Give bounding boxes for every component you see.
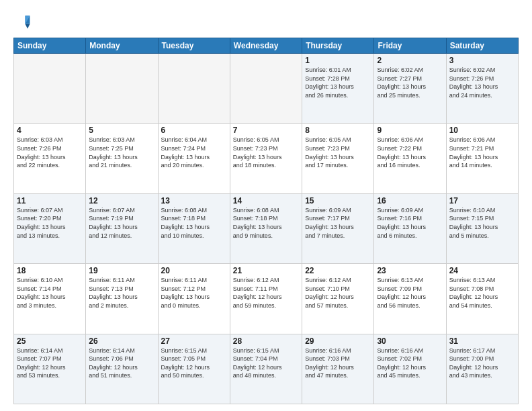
day-cell: 27Sunrise: 6:15 AM Sunset: 7:05 PM Dayli… bbox=[158, 334, 230, 404]
day-info: Sunrise: 6:05 AM Sunset: 7:23 PM Dayligh… bbox=[233, 136, 299, 169]
day-number: 27 bbox=[161, 336, 227, 346]
weekday-header-wednesday: Wednesday bbox=[230, 38, 302, 54]
day-info: Sunrise: 6:03 AM Sunset: 7:25 PM Dayligh… bbox=[89, 136, 154, 169]
day-info: Sunrise: 6:02 AM Sunset: 7:26 PM Dayligh… bbox=[449, 66, 515, 99]
day-number: 3 bbox=[449, 56, 515, 65]
day-cell: 20Sunrise: 6:11 AM Sunset: 7:12 PM Dayli… bbox=[158, 264, 230, 334]
day-cell: 18Sunrise: 6:10 AM Sunset: 7:14 PM Dayli… bbox=[14, 264, 86, 334]
calendar-body: 1Sunrise: 6:01 AM Sunset: 7:28 PM Daylig… bbox=[14, 54, 519, 404]
weekday-header-row: SundayMondayTuesdayWednesdayThursdayFrid… bbox=[14, 38, 519, 54]
day-info: Sunrise: 6:14 AM Sunset: 7:07 PM Dayligh… bbox=[17, 347, 83, 380]
week-row-2: 4Sunrise: 6:03 AM Sunset: 7:26 PM Daylig… bbox=[14, 124, 519, 193]
day-number: 20 bbox=[161, 266, 227, 275]
day-info: Sunrise: 6:12 AM Sunset: 7:11 PM Dayligh… bbox=[233, 276, 299, 310]
header bbox=[13, 11, 519, 32]
day-info: Sunrise: 6:07 AM Sunset: 7:19 PM Dayligh… bbox=[89, 206, 154, 240]
day-cell: 8Sunrise: 6:05 AM Sunset: 7:23 PM Daylig… bbox=[302, 124, 374, 193]
day-cell bbox=[14, 54, 86, 124]
day-number: 29 bbox=[305, 336, 371, 346]
day-number: 26 bbox=[89, 336, 154, 346]
day-info: Sunrise: 6:11 AM Sunset: 7:13 PM Dayligh… bbox=[89, 276, 154, 310]
day-cell: 7Sunrise: 6:05 AM Sunset: 7:23 PM Daylig… bbox=[230, 124, 302, 193]
svg-marker-1 bbox=[26, 24, 30, 29]
day-cell: 24Sunrise: 6:13 AM Sunset: 7:08 PM Dayli… bbox=[446, 264, 518, 334]
day-info: Sunrise: 6:08 AM Sunset: 7:18 PM Dayligh… bbox=[161, 206, 227, 240]
day-cell: 29Sunrise: 6:16 AM Sunset: 7:03 PM Dayli… bbox=[302, 334, 374, 404]
day-info: Sunrise: 6:10 AM Sunset: 7:15 PM Dayligh… bbox=[449, 206, 515, 240]
day-info: Sunrise: 6:08 AM Sunset: 7:18 PM Dayligh… bbox=[233, 206, 299, 240]
day-number: 24 bbox=[449, 266, 515, 275]
day-info: Sunrise: 6:15 AM Sunset: 7:05 PM Dayligh… bbox=[161, 347, 227, 380]
day-info: Sunrise: 6:10 AM Sunset: 7:14 PM Dayligh… bbox=[17, 276, 83, 310]
day-info: Sunrise: 6:02 AM Sunset: 7:27 PM Dayligh… bbox=[377, 66, 443, 99]
page: SundayMondayTuesdayWednesdayThursdayFrid… bbox=[0, 0, 532, 411]
day-info: Sunrise: 6:13 AM Sunset: 7:08 PM Dayligh… bbox=[449, 276, 515, 310]
day-number: 17 bbox=[449, 196, 515, 205]
day-number: 13 bbox=[161, 196, 227, 205]
weekday-header-monday: Monday bbox=[86, 38, 158, 54]
weekday-header-saturday: Saturday bbox=[446, 38, 518, 54]
day-cell: 30Sunrise: 6:16 AM Sunset: 7:02 PM Dayli… bbox=[374, 334, 446, 404]
day-cell: 25Sunrise: 6:14 AM Sunset: 7:07 PM Dayli… bbox=[14, 334, 86, 404]
day-info: Sunrise: 6:16 AM Sunset: 7:02 PM Dayligh… bbox=[377, 347, 443, 380]
day-number: 10 bbox=[449, 126, 515, 135]
weekday-header-sunday: Sunday bbox=[14, 38, 86, 54]
day-info: Sunrise: 6:05 AM Sunset: 7:23 PM Dayligh… bbox=[305, 136, 371, 169]
day-cell: 31Sunrise: 6:17 AM Sunset: 7:00 PM Dayli… bbox=[446, 334, 518, 404]
day-cell: 14Sunrise: 6:08 AM Sunset: 7:18 PM Dayli… bbox=[230, 193, 302, 263]
day-number: 6 bbox=[161, 126, 227, 135]
day-number: 8 bbox=[305, 126, 371, 135]
day-cell: 12Sunrise: 6:07 AM Sunset: 7:19 PM Dayli… bbox=[86, 193, 158, 263]
day-info: Sunrise: 6:06 AM Sunset: 7:22 PM Dayligh… bbox=[377, 136, 443, 169]
day-info: Sunrise: 6:09 AM Sunset: 7:17 PM Dayligh… bbox=[305, 206, 371, 240]
day-info: Sunrise: 6:15 AM Sunset: 7:04 PM Dayligh… bbox=[233, 347, 299, 380]
day-info: Sunrise: 6:03 AM Sunset: 7:26 PM Dayligh… bbox=[17, 136, 83, 169]
day-number: 2 bbox=[377, 56, 443, 65]
day-cell: 6Sunrise: 6:04 AM Sunset: 7:24 PM Daylig… bbox=[158, 124, 230, 193]
day-number: 31 bbox=[449, 336, 515, 346]
day-number: 5 bbox=[89, 126, 154, 135]
day-cell: 11Sunrise: 6:07 AM Sunset: 7:20 PM Dayli… bbox=[14, 193, 86, 263]
day-cell: 2Sunrise: 6:02 AM Sunset: 7:27 PM Daylig… bbox=[374, 54, 446, 124]
day-cell: 5Sunrise: 6:03 AM Sunset: 7:25 PM Daylig… bbox=[86, 124, 158, 193]
calendar-table: SundayMondayTuesdayWednesdayThursdayFrid… bbox=[13, 38, 519, 404]
day-number: 9 bbox=[377, 126, 443, 135]
day-number: 12 bbox=[89, 196, 154, 205]
week-row-1: 1Sunrise: 6:01 AM Sunset: 7:28 PM Daylig… bbox=[14, 54, 519, 124]
day-info: Sunrise: 6:11 AM Sunset: 7:12 PM Dayligh… bbox=[161, 276, 227, 310]
calendar-header: SundayMondayTuesdayWednesdayThursdayFrid… bbox=[14, 38, 519, 54]
day-number: 25 bbox=[17, 336, 83, 346]
logo bbox=[13, 13, 35, 32]
day-cell: 1Sunrise: 6:01 AM Sunset: 7:28 PM Daylig… bbox=[302, 54, 374, 124]
day-info: Sunrise: 6:04 AM Sunset: 7:24 PM Dayligh… bbox=[161, 136, 227, 169]
day-number: 30 bbox=[377, 336, 443, 346]
day-cell: 22Sunrise: 6:12 AM Sunset: 7:10 PM Dayli… bbox=[302, 264, 374, 334]
day-cell bbox=[158, 54, 230, 124]
day-cell: 19Sunrise: 6:11 AM Sunset: 7:13 PM Dayli… bbox=[86, 264, 158, 334]
day-number: 11 bbox=[17, 196, 83, 205]
day-cell: 28Sunrise: 6:15 AM Sunset: 7:04 PM Dayli… bbox=[230, 334, 302, 404]
day-cell: 23Sunrise: 6:13 AM Sunset: 7:09 PM Dayli… bbox=[374, 264, 446, 334]
week-row-3: 11Sunrise: 6:07 AM Sunset: 7:20 PM Dayli… bbox=[14, 193, 519, 263]
calendar: SundayMondayTuesdayWednesdayThursdayFrid… bbox=[13, 38, 519, 404]
day-info: Sunrise: 6:16 AM Sunset: 7:03 PM Dayligh… bbox=[305, 347, 371, 380]
day-number: 28 bbox=[233, 336, 299, 346]
day-cell: 21Sunrise: 6:12 AM Sunset: 7:11 PM Dayli… bbox=[230, 264, 302, 334]
day-cell bbox=[230, 54, 302, 124]
weekday-header-thursday: Thursday bbox=[302, 38, 374, 54]
week-row-5: 25Sunrise: 6:14 AM Sunset: 7:07 PM Dayli… bbox=[14, 334, 519, 404]
day-info: Sunrise: 6:13 AM Sunset: 7:09 PM Dayligh… bbox=[377, 276, 443, 310]
day-cell: 13Sunrise: 6:08 AM Sunset: 7:18 PM Dayli… bbox=[158, 193, 230, 263]
week-row-4: 18Sunrise: 6:10 AM Sunset: 7:14 PM Dayli… bbox=[14, 264, 519, 334]
logo-icon bbox=[13, 13, 32, 32]
day-number: 16 bbox=[377, 196, 443, 205]
day-cell: 26Sunrise: 6:14 AM Sunset: 7:06 PM Dayli… bbox=[86, 334, 158, 404]
day-info: Sunrise: 6:14 AM Sunset: 7:06 PM Dayligh… bbox=[89, 347, 154, 380]
day-cell bbox=[86, 54, 158, 124]
day-number: 1 bbox=[305, 56, 371, 65]
day-number: 7 bbox=[233, 126, 299, 135]
day-cell: 9Sunrise: 6:06 AM Sunset: 7:22 PM Daylig… bbox=[374, 124, 446, 193]
day-number: 14 bbox=[233, 196, 299, 205]
day-cell: 4Sunrise: 6:03 AM Sunset: 7:26 PM Daylig… bbox=[14, 124, 86, 193]
weekday-header-friday: Friday bbox=[374, 38, 446, 54]
